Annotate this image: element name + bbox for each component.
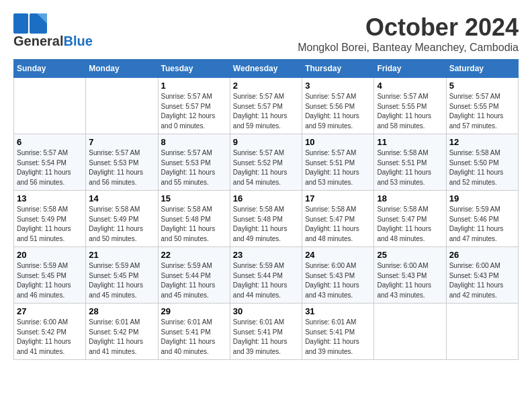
- calendar-cell: 27Sunrise: 6:00 AMSunset: 5:42 PMDayligh…: [14, 304, 86, 360]
- calendar-cell: 6Sunrise: 5:57 AMSunset: 5:54 PMDaylight…: [14, 134, 86, 191]
- day-number: 21: [89, 250, 154, 260]
- day-number: 29: [161, 306, 227, 316]
- calendar-cell: 16Sunrise: 5:58 AMSunset: 5:48 PMDayligh…: [230, 191, 302, 247]
- page-header: GeneralBlue October 2024 Mongkol Borei, …: [13, 13, 519, 54]
- day-number: 20: [17, 250, 83, 260]
- calendar-cell: 28Sunrise: 6:01 AMSunset: 5:42 PMDayligh…: [86, 304, 158, 360]
- title-area: October 2024 Mongkol Borei, Banteay Mean…: [298, 13, 519, 54]
- day-detail: Sunrise: 5:59 AMSunset: 5:44 PMDaylight:…: [161, 261, 227, 300]
- day-detail: Sunrise: 5:57 AMSunset: 5:54 PMDaylight:…: [17, 148, 83, 187]
- day-number: 16: [233, 193, 299, 203]
- calendar-cell: 24Sunrise: 6:00 AMSunset: 5:43 PMDayligh…: [302, 247, 374, 304]
- day-detail: Sunrise: 5:57 AMSunset: 5:53 PMDaylight:…: [89, 148, 154, 187]
- weekday-header-sunday: Sunday: [14, 60, 86, 78]
- week-row-1: 1Sunrise: 5:57 AMSunset: 5:57 PMDaylight…: [14, 78, 519, 134]
- day-detail: Sunrise: 6:00 AMSunset: 5:43 PMDaylight:…: [305, 261, 371, 300]
- week-row-5: 27Sunrise: 6:00 AMSunset: 5:42 PMDayligh…: [14, 304, 519, 360]
- calendar-cell: 21Sunrise: 5:59 AMSunset: 5:45 PMDayligh…: [86, 247, 158, 304]
- weekday-header-row: SundayMondayTuesdayWednesdayThursdayFrid…: [14, 60, 519, 78]
- day-detail: Sunrise: 5:58 AMSunset: 5:49 PMDaylight:…: [89, 205, 154, 244]
- week-row-4: 20Sunrise: 5:59 AMSunset: 5:45 PMDayligh…: [14, 247, 519, 304]
- day-number: 10: [305, 137, 371, 147]
- calendar-cell: 19Sunrise: 5:59 AMSunset: 5:46 PMDayligh…: [446, 191, 518, 247]
- day-number: 22: [161, 250, 227, 260]
- day-detail: Sunrise: 5:57 AMSunset: 5:57 PMDaylight:…: [233, 92, 299, 131]
- calendar-cell: [446, 304, 518, 360]
- day-number: 31: [305, 306, 371, 316]
- calendar-cell: 26Sunrise: 6:00 AMSunset: 5:43 PMDayligh…: [446, 247, 518, 304]
- day-detail: Sunrise: 5:59 AMSunset: 5:45 PMDaylight:…: [89, 261, 154, 300]
- day-detail: Sunrise: 5:58 AMSunset: 5:50 PMDaylight:…: [449, 148, 515, 187]
- day-number: 14: [89, 193, 154, 203]
- day-number: 3: [305, 81, 371, 91]
- day-detail: Sunrise: 5:59 AMSunset: 5:44 PMDaylight:…: [233, 261, 299, 300]
- day-number: 2: [233, 81, 299, 91]
- calendar-cell: 8Sunrise: 5:57 AMSunset: 5:53 PMDaylight…: [158, 134, 230, 191]
- day-detail: Sunrise: 5:58 AMSunset: 5:47 PMDaylight:…: [377, 205, 443, 244]
- svg-rect-0: [13, 13, 28, 34]
- day-detail: Sunrise: 5:57 AMSunset: 5:57 PMDaylight:…: [161, 92, 227, 131]
- weekday-header-monday: Monday: [86, 60, 158, 78]
- day-number: 4: [377, 81, 443, 91]
- weekday-header-saturday: Saturday: [446, 60, 518, 78]
- day-number: 5: [449, 81, 515, 91]
- calendar-cell: 3Sunrise: 5:57 AMSunset: 5:56 PMDaylight…: [302, 78, 374, 134]
- month-title: October 2024: [298, 13, 519, 42]
- day-number: 6: [17, 137, 83, 147]
- weekday-header-wednesday: Wednesday: [230, 60, 302, 78]
- calendar-cell: 31Sunrise: 6:01 AMSunset: 5:41 PMDayligh…: [302, 304, 374, 360]
- calendar-cell: 7Sunrise: 5:57 AMSunset: 5:53 PMDaylight…: [86, 134, 158, 191]
- day-detail: Sunrise: 5:57 AMSunset: 5:55 PMDaylight:…: [449, 92, 515, 131]
- day-detail: Sunrise: 5:57 AMSunset: 5:55 PMDaylight:…: [377, 92, 443, 131]
- calendar-cell: [374, 304, 446, 360]
- calendar-cell: 22Sunrise: 5:59 AMSunset: 5:44 PMDayligh…: [158, 247, 230, 304]
- day-number: 8: [161, 137, 227, 147]
- logo-general: General: [13, 34, 63, 49]
- calendar-cell: 14Sunrise: 5:58 AMSunset: 5:49 PMDayligh…: [86, 191, 158, 247]
- day-detail: Sunrise: 6:00 AMSunset: 5:43 PMDaylight:…: [449, 261, 515, 300]
- calendar-cell: [86, 78, 158, 134]
- calendar-cell: 17Sunrise: 5:58 AMSunset: 5:47 PMDayligh…: [302, 191, 374, 247]
- day-number: 27: [17, 306, 83, 316]
- day-detail: Sunrise: 6:00 AMSunset: 5:43 PMDaylight:…: [377, 261, 443, 300]
- calendar-table: SundayMondayTuesdayWednesdayThursdayFrid…: [13, 59, 519, 360]
- logo-blue: Blue: [63, 34, 92, 49]
- day-detail: Sunrise: 5:58 AMSunset: 5:47 PMDaylight:…: [305, 205, 371, 244]
- day-number: 19: [449, 193, 515, 203]
- day-number: 12: [449, 137, 515, 147]
- calendar-cell: 5Sunrise: 5:57 AMSunset: 5:55 PMDaylight…: [446, 78, 518, 134]
- calendar-cell: [14, 78, 86, 134]
- day-number: 23: [233, 250, 299, 260]
- day-number: 11: [377, 137, 443, 147]
- day-detail: Sunrise: 5:58 AMSunset: 5:48 PMDaylight:…: [161, 205, 227, 244]
- week-row-3: 13Sunrise: 5:58 AMSunset: 5:49 PMDayligh…: [14, 191, 519, 247]
- logo-icon: [13, 13, 47, 34]
- calendar-cell: 10Sunrise: 5:57 AMSunset: 5:51 PMDayligh…: [302, 134, 374, 191]
- day-detail: Sunrise: 5:58 AMSunset: 5:51 PMDaylight:…: [377, 148, 443, 187]
- day-detail: Sunrise: 5:58 AMSunset: 5:49 PMDaylight:…: [17, 205, 83, 244]
- day-detail: Sunrise: 5:57 AMSunset: 5:56 PMDaylight:…: [305, 92, 371, 131]
- day-detail: Sunrise: 5:58 AMSunset: 5:48 PMDaylight:…: [233, 205, 299, 244]
- day-number: 24: [305, 250, 371, 260]
- day-detail: Sunrise: 5:59 AMSunset: 5:45 PMDaylight:…: [17, 261, 83, 300]
- day-number: 30: [233, 306, 299, 316]
- calendar-cell: 29Sunrise: 6:01 AMSunset: 5:41 PMDayligh…: [158, 304, 230, 360]
- calendar-cell: 23Sunrise: 5:59 AMSunset: 5:44 PMDayligh…: [230, 247, 302, 304]
- day-detail: Sunrise: 5:57 AMSunset: 5:52 PMDaylight:…: [233, 148, 299, 187]
- location-subtitle: Mongkol Borei, Banteay Meanchey, Cambodi…: [298, 42, 519, 54]
- day-detail: Sunrise: 6:01 AMSunset: 5:41 PMDaylight:…: [161, 318, 227, 357]
- calendar-cell: 18Sunrise: 5:58 AMSunset: 5:47 PMDayligh…: [374, 191, 446, 247]
- calendar-cell: 13Sunrise: 5:58 AMSunset: 5:49 PMDayligh…: [14, 191, 86, 247]
- calendar-cell: 2Sunrise: 5:57 AMSunset: 5:57 PMDaylight…: [230, 78, 302, 134]
- weekday-header-tuesday: Tuesday: [158, 60, 230, 78]
- calendar-cell: 30Sunrise: 6:01 AMSunset: 5:41 PMDayligh…: [230, 304, 302, 360]
- day-number: 1: [161, 81, 227, 91]
- day-detail: Sunrise: 5:59 AMSunset: 5:46 PMDaylight:…: [449, 205, 515, 244]
- day-detail: Sunrise: 5:57 AMSunset: 5:53 PMDaylight:…: [161, 148, 227, 187]
- day-number: 26: [449, 250, 515, 260]
- calendar-cell: 12Sunrise: 5:58 AMSunset: 5:50 PMDayligh…: [446, 134, 518, 191]
- day-number: 28: [89, 306, 154, 316]
- day-number: 18: [377, 193, 443, 203]
- logo: GeneralBlue: [13, 13, 93, 49]
- day-number: 15: [161, 193, 227, 203]
